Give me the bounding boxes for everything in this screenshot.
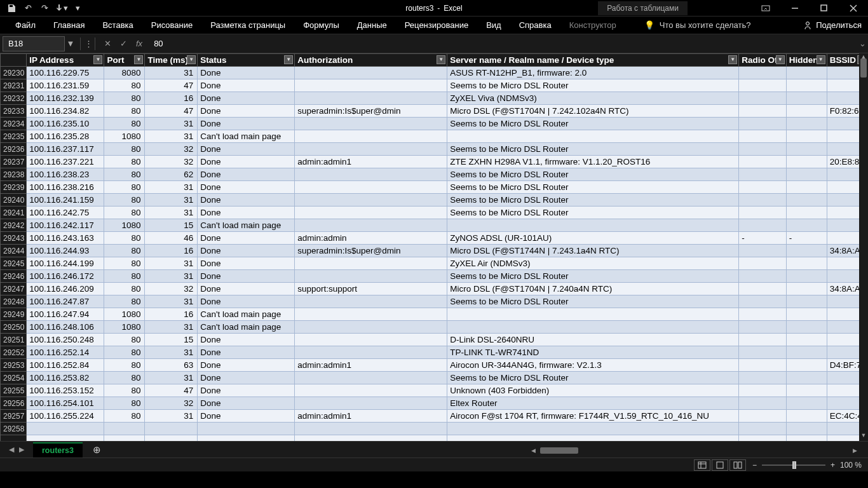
cell[interactable]: Done [198,346,295,359]
row-header[interactable] [1,435,27,442]
cell[interactable] [447,308,739,321]
row-header[interactable]: 29253 [1,359,27,372]
cell[interactable] [786,283,827,295]
cell[interactable]: Airocon UR-344AN4G, firmware: V2.1.3 [447,359,739,372]
spreadsheet-grid[interactable]: IP Address▼Port▼Time (ms)▼Status▼Authori… [0,53,868,441]
cell[interactable] [295,143,447,156]
cell[interactable]: Airocon F@st 1704 RT, firmware: F1744R_V… [447,410,739,423]
cell[interactable] [739,410,786,423]
cell[interactable] [295,384,447,397]
cell[interactable]: 31 [145,130,198,143]
scroll-down-icon[interactable]: ▼ [859,432,868,441]
cell[interactable]: 31 [145,295,198,308]
cell[interactable] [786,156,827,168]
cell[interactable]: 80 [104,92,145,105]
cell[interactable]: Done [198,372,295,384]
cell[interactable] [295,270,447,283]
cell[interactable]: Seems to be Micro DSL Router [447,295,739,308]
cell[interactable]: 8080 [104,67,145,79]
cell[interactable]: 31 [145,194,198,207]
row-header[interactable]: 29251 [1,334,27,346]
cell[interactable] [295,397,447,410]
cell[interactable]: 16 [145,92,198,105]
cell[interactable]: 100.116.246.172 [27,270,104,283]
cell[interactable]: 31 [145,67,198,79]
cell[interactable] [295,346,447,359]
cell[interactable] [739,207,786,219]
cell[interactable] [447,130,739,143]
cell[interactable]: - [786,232,827,245]
cell[interactable]: Seems to be Micro DSL Router [447,118,739,130]
row-header[interactable]: 29231 [1,79,27,92]
cell[interactable]: 80 [104,384,145,397]
cell[interactable]: Seems to be Micro DSL Router [447,168,739,181]
cell[interactable] [104,423,145,435]
cell[interactable]: Can't load main page [198,219,295,232]
cell[interactable]: admin:admin1 [295,156,447,168]
column-header-status[interactable]: Status▼ [198,54,295,67]
zoom-level[interactable]: 100 % [840,461,862,470]
cell[interactable] [786,105,827,118]
cell[interactable] [739,143,786,156]
filter-dropdown-icon[interactable]: ▼ [187,55,196,64]
cell[interactable] [739,334,786,346]
cell[interactable] [739,118,786,130]
cell[interactable]: Done [198,181,295,194]
cell[interactable] [739,384,786,397]
cell[interactable]: Done [198,67,295,79]
redo-icon[interactable]: ↷ [37,1,52,15]
cell[interactable] [739,168,786,181]
cell[interactable]: Done [198,118,295,130]
row-header[interactable]: 29258 [1,423,27,435]
cell[interactable] [295,118,447,130]
cell[interactable]: 15 [145,334,198,346]
undo-icon[interactable]: ↶ [20,1,36,15]
enter-icon[interactable]: ✓ [120,39,127,48]
cell[interactable]: 31 [145,270,198,283]
cell[interactable]: 46 [145,232,198,245]
cell[interactable]: 100.116.255.224 [27,410,104,423]
cell[interactable]: 100.116.243.163 [27,232,104,245]
cell[interactable] [295,295,447,308]
cell[interactable] [739,270,786,283]
tab-help[interactable]: Справка [510,17,560,34]
column-header-radio[interactable]: Radio Off▼ [739,54,786,67]
cell[interactable] [447,423,739,435]
cell[interactable]: 100.116.234.82 [27,105,104,118]
cell[interactable] [447,219,739,232]
cell[interactable]: 100.116.244.93 [27,245,104,257]
cell[interactable] [739,79,786,92]
cell[interactable]: Done [198,410,295,423]
cell[interactable] [447,435,739,442]
row-header[interactable]: 29244 [1,245,27,257]
cell[interactable]: 31 [145,118,198,130]
cell[interactable]: 100.116.231.59 [27,79,104,92]
row-header[interactable]: 29255 [1,384,27,397]
cell[interactable]: Seems to be Micro DSL Router [447,270,739,283]
cell[interactable]: Done [198,257,295,270]
cell[interactable]: 80 [104,232,145,245]
view-page-break-icon[interactable] [729,459,746,471]
row-header[interactable]: 29243 [1,232,27,245]
cell[interactable]: 100.116.235.10 [27,118,104,130]
cell[interactable]: Done [198,295,295,308]
filter-dropdown-icon[interactable]: ▼ [728,55,737,64]
row-header[interactable]: 29246 [1,270,27,283]
cell[interactable]: Done [198,270,295,283]
cell[interactable]: ASUS RT-N12HP_B1, firmware: 2.0 [447,67,739,79]
cell[interactable]: 31 [145,207,198,219]
save-icon[interactable] [4,1,19,15]
select-all-corner[interactable] [1,54,27,67]
row-header[interactable]: 29249 [1,308,27,321]
cell[interactable] [786,207,827,219]
cell[interactable] [739,397,786,410]
cell[interactable] [786,181,827,194]
zoom-in-icon[interactable]: + [831,461,835,470]
row-header[interactable]: 29238 [1,168,27,181]
cell[interactable]: Can't load main page [198,130,295,143]
cell[interactable] [198,423,295,435]
cell[interactable] [739,359,786,372]
cell[interactable] [739,308,786,321]
cell[interactable]: 80 [104,283,145,295]
cell[interactable]: Seems to be Micro DSL Router [447,79,739,92]
